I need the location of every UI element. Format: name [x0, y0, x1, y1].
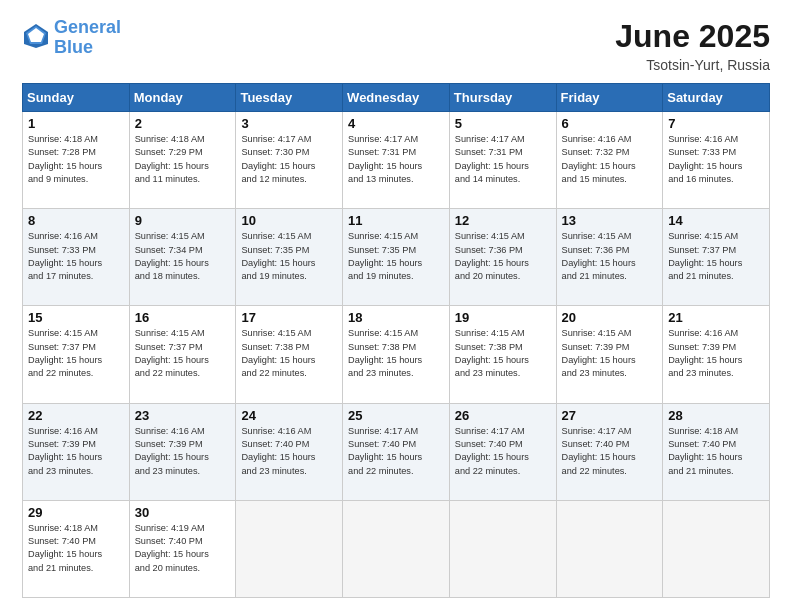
table-row: 29Sunrise: 4:18 AM Sunset: 7:40 PM Dayli…	[23, 500, 130, 597]
day-number: 7	[668, 116, 764, 131]
cell-text: Sunrise: 4:18 AM Sunset: 7:28 PM Dayligh…	[28, 133, 124, 186]
cell-text: Sunrise: 4:19 AM Sunset: 7:40 PM Dayligh…	[135, 522, 231, 575]
calendar-week-row: 15Sunrise: 4:15 AM Sunset: 7:37 PM Dayli…	[23, 306, 770, 403]
day-number: 5	[455, 116, 551, 131]
cell-text: Sunrise: 4:18 AM Sunset: 7:40 PM Dayligh…	[668, 425, 764, 478]
day-number: 2	[135, 116, 231, 131]
col-thursday: Thursday	[449, 84, 556, 112]
cell-text: Sunrise: 4:15 AM Sunset: 7:38 PM Dayligh…	[241, 327, 337, 380]
day-number: 8	[28, 213, 124, 228]
col-wednesday: Wednesday	[343, 84, 450, 112]
table-row	[556, 500, 663, 597]
table-row: 27Sunrise: 4:17 AM Sunset: 7:40 PM Dayli…	[556, 403, 663, 500]
cell-text: Sunrise: 4:15 AM Sunset: 7:37 PM Dayligh…	[135, 327, 231, 380]
calendar-week-row: 8Sunrise: 4:16 AM Sunset: 7:33 PM Daylig…	[23, 209, 770, 306]
col-sunday: Sunday	[23, 84, 130, 112]
day-number: 3	[241, 116, 337, 131]
table-row: 1Sunrise: 4:18 AM Sunset: 7:28 PM Daylig…	[23, 112, 130, 209]
table-row: 8Sunrise: 4:16 AM Sunset: 7:33 PM Daylig…	[23, 209, 130, 306]
day-number: 23	[135, 408, 231, 423]
cell-text: Sunrise: 4:18 AM Sunset: 7:40 PM Dayligh…	[28, 522, 124, 575]
day-number: 18	[348, 310, 444, 325]
col-tuesday: Tuesday	[236, 84, 343, 112]
col-saturday: Saturday	[663, 84, 770, 112]
calendar-body: 1Sunrise: 4:18 AM Sunset: 7:28 PM Daylig…	[23, 112, 770, 598]
cell-text: Sunrise: 4:15 AM Sunset: 7:36 PM Dayligh…	[562, 230, 658, 283]
day-number: 20	[562, 310, 658, 325]
table-row: 11Sunrise: 4:15 AM Sunset: 7:35 PM Dayli…	[343, 209, 450, 306]
table-row: 4Sunrise: 4:17 AM Sunset: 7:31 PM Daylig…	[343, 112, 450, 209]
table-row: 9Sunrise: 4:15 AM Sunset: 7:34 PM Daylig…	[129, 209, 236, 306]
day-number: 17	[241, 310, 337, 325]
day-number: 12	[455, 213, 551, 228]
table-row: 30Sunrise: 4:19 AM Sunset: 7:40 PM Dayli…	[129, 500, 236, 597]
cell-text: Sunrise: 4:15 AM Sunset: 7:35 PM Dayligh…	[348, 230, 444, 283]
table-row: 14Sunrise: 4:15 AM Sunset: 7:37 PM Dayli…	[663, 209, 770, 306]
day-number: 4	[348, 116, 444, 131]
calendar-week-row: 22Sunrise: 4:16 AM Sunset: 7:39 PM Dayli…	[23, 403, 770, 500]
table-row: 5Sunrise: 4:17 AM Sunset: 7:31 PM Daylig…	[449, 112, 556, 209]
table-row: 22Sunrise: 4:16 AM Sunset: 7:39 PM Dayli…	[23, 403, 130, 500]
table-row: 15Sunrise: 4:15 AM Sunset: 7:37 PM Dayli…	[23, 306, 130, 403]
day-number: 27	[562, 408, 658, 423]
day-number: 11	[348, 213, 444, 228]
day-number: 9	[135, 213, 231, 228]
cell-text: Sunrise: 4:16 AM Sunset: 7:39 PM Dayligh…	[135, 425, 231, 478]
cell-text: Sunrise: 4:16 AM Sunset: 7:33 PM Dayligh…	[668, 133, 764, 186]
cell-text: Sunrise: 4:16 AM Sunset: 7:32 PM Dayligh…	[562, 133, 658, 186]
day-number: 22	[28, 408, 124, 423]
cell-text: Sunrise: 4:16 AM Sunset: 7:39 PM Dayligh…	[28, 425, 124, 478]
table-row	[343, 500, 450, 597]
cell-text: Sunrise: 4:15 AM Sunset: 7:37 PM Dayligh…	[668, 230, 764, 283]
calendar-header-row: Sunday Monday Tuesday Wednesday Thursday…	[23, 84, 770, 112]
table-row: 23Sunrise: 4:16 AM Sunset: 7:39 PM Dayli…	[129, 403, 236, 500]
table-row: 21Sunrise: 4:16 AM Sunset: 7:39 PM Dayli…	[663, 306, 770, 403]
table-row: 25Sunrise: 4:17 AM Sunset: 7:40 PM Dayli…	[343, 403, 450, 500]
table-row: 17Sunrise: 4:15 AM Sunset: 7:38 PM Dayli…	[236, 306, 343, 403]
day-number: 16	[135, 310, 231, 325]
day-number: 29	[28, 505, 124, 520]
day-number: 21	[668, 310, 764, 325]
calendar-week-row: 29Sunrise: 4:18 AM Sunset: 7:40 PM Dayli…	[23, 500, 770, 597]
calendar-week-row: 1Sunrise: 4:18 AM Sunset: 7:28 PM Daylig…	[23, 112, 770, 209]
title-location: Tsotsin-Yurt, Russia	[615, 57, 770, 73]
day-number: 6	[562, 116, 658, 131]
title-month: June 2025	[615, 18, 770, 55]
cell-text: Sunrise: 4:17 AM Sunset: 7:40 PM Dayligh…	[348, 425, 444, 478]
table-row: 20Sunrise: 4:15 AM Sunset: 7:39 PM Dayli…	[556, 306, 663, 403]
day-number: 26	[455, 408, 551, 423]
day-number: 19	[455, 310, 551, 325]
day-number: 1	[28, 116, 124, 131]
table-row: 7Sunrise: 4:16 AM Sunset: 7:33 PM Daylig…	[663, 112, 770, 209]
day-number: 24	[241, 408, 337, 423]
cell-text: Sunrise: 4:16 AM Sunset: 7:39 PM Dayligh…	[668, 327, 764, 380]
calendar-table: Sunday Monday Tuesday Wednesday Thursday…	[22, 83, 770, 598]
table-row: 13Sunrise: 4:15 AM Sunset: 7:36 PM Dayli…	[556, 209, 663, 306]
logo-text: General Blue	[54, 18, 121, 58]
table-row	[236, 500, 343, 597]
cell-text: Sunrise: 4:15 AM Sunset: 7:34 PM Dayligh…	[135, 230, 231, 283]
cell-text: Sunrise: 4:15 AM Sunset: 7:36 PM Dayligh…	[455, 230, 551, 283]
cell-text: Sunrise: 4:17 AM Sunset: 7:31 PM Dayligh…	[455, 133, 551, 186]
cell-text: Sunrise: 4:15 AM Sunset: 7:37 PM Dayligh…	[28, 327, 124, 380]
cell-text: Sunrise: 4:17 AM Sunset: 7:30 PM Dayligh…	[241, 133, 337, 186]
cell-text: Sunrise: 4:16 AM Sunset: 7:33 PM Dayligh…	[28, 230, 124, 283]
day-number: 14	[668, 213, 764, 228]
table-row	[663, 500, 770, 597]
table-row: 19Sunrise: 4:15 AM Sunset: 7:38 PM Dayli…	[449, 306, 556, 403]
cell-text: Sunrise: 4:15 AM Sunset: 7:39 PM Dayligh…	[562, 327, 658, 380]
day-number: 10	[241, 213, 337, 228]
col-monday: Monday	[129, 84, 236, 112]
cell-text: Sunrise: 4:18 AM Sunset: 7:29 PM Dayligh…	[135, 133, 231, 186]
table-row: 6Sunrise: 4:16 AM Sunset: 7:32 PM Daylig…	[556, 112, 663, 209]
cell-text: Sunrise: 4:15 AM Sunset: 7:35 PM Dayligh…	[241, 230, 337, 283]
header: General Blue June 2025 Tsotsin-Yurt, Rus…	[22, 18, 770, 73]
table-row: 26Sunrise: 4:17 AM Sunset: 7:40 PM Dayli…	[449, 403, 556, 500]
logo: General Blue	[22, 18, 121, 58]
cell-text: Sunrise: 4:16 AM Sunset: 7:40 PM Dayligh…	[241, 425, 337, 478]
table-row: 24Sunrise: 4:16 AM Sunset: 7:40 PM Dayli…	[236, 403, 343, 500]
table-row	[449, 500, 556, 597]
day-number: 25	[348, 408, 444, 423]
cell-text: Sunrise: 4:17 AM Sunset: 7:40 PM Dayligh…	[562, 425, 658, 478]
table-row: 16Sunrise: 4:15 AM Sunset: 7:37 PM Dayli…	[129, 306, 236, 403]
